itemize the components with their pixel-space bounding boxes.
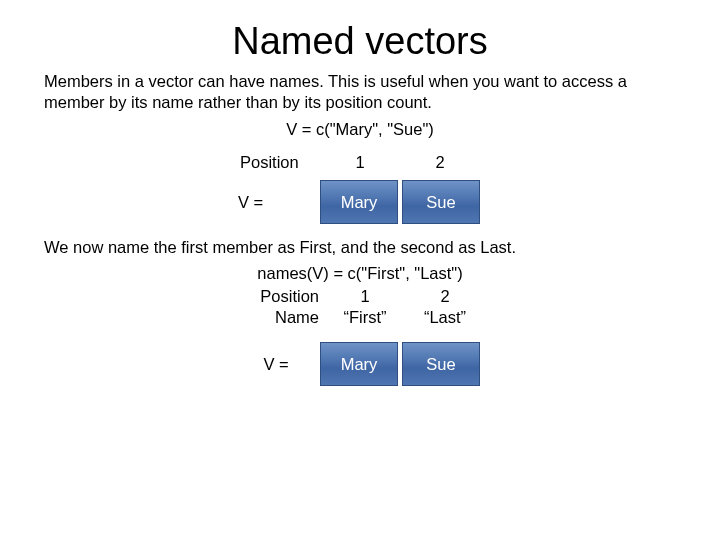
paragraph-2: We now name the first member as First, a… [44, 238, 676, 257]
intro-text: Members in a vector can have names. This… [44, 71, 676, 112]
vector-value-box: Sue [402, 342, 480, 386]
position-cell: 2 [400, 151, 480, 174]
position-label-2: Position [235, 286, 325, 307]
code-line-1: V = c("Mary", "Sue") [0, 120, 720, 139]
name-cell: “First” [325, 307, 405, 328]
slide-title: Named vectors [0, 20, 720, 63]
vector-value-box: Sue [402, 180, 480, 224]
position-cell: 1 [325, 286, 405, 307]
name-label: Name [235, 307, 325, 328]
code-line-2: names(V) = c("First", "Last") [257, 264, 462, 283]
name-table: Position 1 2 Name “First” “Last” [235, 286, 485, 328]
name-cell: “Last” [405, 307, 485, 328]
vector-label: V = [238, 193, 318, 212]
diagram-1: Position 1 2 V = Mary Sue [0, 151, 720, 224]
vector-value-box: Mary [320, 180, 398, 224]
section-2: names(V) = c("First", "Last") Position 1… [0, 263, 720, 386]
position-cell: 2 [405, 286, 485, 307]
position-cell: 1 [320, 151, 400, 174]
vector-label-2: V = [238, 355, 318, 374]
position-label: Position [240, 153, 320, 172]
vector-value-box: Mary [320, 342, 398, 386]
